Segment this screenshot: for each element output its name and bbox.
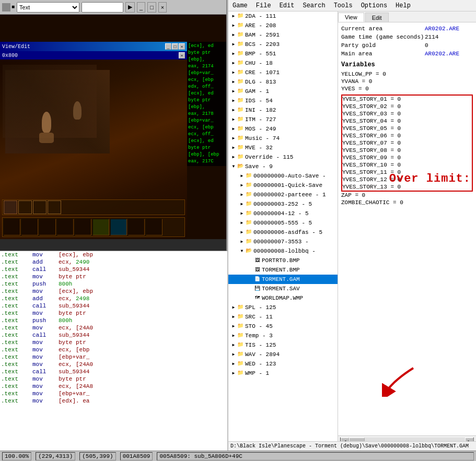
tree-arrow-empty	[247, 276, 253, 282]
tree-item-save6[interactable]: ▶ 📁 000000006-asdfas - 5	[228, 228, 338, 237]
inv-slot-3[interactable]	[39, 219, 56, 235]
tree-item-portrt[interactable]: 🖼 PORTRT0.BMP	[228, 256, 338, 265]
tree-item-gam[interactable]: ▶ 📁 GAM - 1	[228, 87, 338, 96]
subwin-close[interactable]: ×	[179, 52, 185, 58]
maximize-button[interactable]: □	[147, 2, 156, 13]
tree-panel[interactable]: ▶ 📁 2DA - 111 ▶ 📁 ARE - 208 ▶ 📁 BAM - 25…	[228, 11, 338, 461]
go-button[interactable]: ▶	[125, 2, 135, 13]
tree-item-quicksave[interactable]: ▶ 📁 000000001-Quick-Save	[228, 181, 338, 190]
inv-slot-8[interactable]	[128, 219, 145, 235]
tree-item-save[interactable]: ▼ 📂 Save - 9	[228, 162, 338, 171]
path-text: D:\Black Isle\Planescape - Torment (debu…	[230, 443, 469, 449]
folder-icon: 📁	[245, 182, 252, 188]
current-area-label: Current area	[341, 26, 425, 32]
tree-item-torment-bmp[interactable]: 🖼 TORMENT.BMP	[228, 265, 338, 275]
game-time-value: 2114	[425, 34, 438, 40]
tree-item-wed[interactable]: ▶ 📁 WED - 123	[228, 359, 338, 369]
info-row-gold: Party gold 0	[341, 42, 473, 49]
folder-open-icon: 📂	[237, 163, 244, 170]
menu-options[interactable]: Options	[357, 0, 391, 11]
inv-slot-2[interactable]	[21, 219, 38, 235]
asm-row: .text mov [edx]. ea	[0, 397, 227, 405]
folder-icon: 📁	[237, 107, 244, 113]
inv-slot-1[interactable]	[4, 219, 20, 235]
asm-row: .text add ecx, 2498	[0, 295, 227, 302]
game-maximize[interactable]: □	[172, 43, 178, 50]
tree-item-mos[interactable]: ▶ 📁 MOS - 249	[228, 124, 338, 134]
tree-item-itm[interactable]: ▶ 📁 ITM - 727	[228, 115, 338, 124]
tree-item-save5[interactable]: ▶ 📁 000000005-555 - 5	[228, 218, 338, 228]
tree-item-torment-sav[interactable]: 💾 TORMENT.SAV	[228, 284, 338, 293]
game-minimize[interactable]: _	[165, 43, 171, 50]
party-gold-value: 0	[425, 42, 428, 49]
folder-icon: 📁	[237, 154, 244, 160]
tree-label: 000000007-3553 -	[253, 238, 309, 246]
tree-item-wav[interactable]: ▶ 📁 WAV - 2894	[228, 350, 338, 359]
tree-item-save3[interactable]: ▶ 📁 000000003-252 - 5	[228, 199, 338, 209]
tree-arrow: ▶	[230, 98, 237, 104]
tree-item-save4[interactable]: ▶ 📁 000000004-12 - 5	[228, 209, 338, 218]
menu-help[interactable]: Help	[391, 0, 415, 11]
tree-item-are[interactable]: ▶ 📁 ARE - 208	[228, 21, 338, 30]
tree-item-save7[interactable]: ▶ 📁 000000007-3553 -	[228, 237, 338, 246]
tree-item-save2[interactable]: ▶ 📁 000000002-parteee - 1	[228, 190, 338, 199]
current-area-value[interactable]: AR0202.ARE	[425, 26, 459, 32]
menu-game[interactable]: Game	[228, 0, 252, 11]
tab-edit[interactable]: Edit	[365, 13, 389, 22]
tree-arrow: ▶	[230, 135, 237, 141]
inv-slot-6[interactable]	[92, 219, 109, 235]
inv-slot-9[interactable]	[146, 219, 162, 235]
var-yves: YVES = 0	[341, 85, 473, 92]
tree-item-torment-gam[interactable]: 📄 TORMENT.GAM	[228, 275, 338, 284]
tree-item-bam[interactable]: ▶ 📁 BAM - 2591	[228, 30, 338, 40]
inv-slot-5[interactable]	[75, 219, 91, 235]
inv-slot-4[interactable]	[57, 219, 74, 235]
tree-item-worldmap[interactable]: 🗺 WORLDMAP.WMP	[228, 293, 338, 303]
menu-tools[interactable]: Tools	[330, 0, 357, 11]
menu-search[interactable]: Search	[298, 0, 329, 11]
type-dropdown[interactable]: Text	[17, 2, 79, 13]
vars-highlight-box: YVES_STORY_01 = 0 YVES_STORY_02 = 0 YVES…	[341, 94, 473, 192]
game-close[interactable]: ×	[179, 43, 185, 50]
tree-item-2da[interactable]: ▶ 📁 2DA - 111	[228, 11, 338, 21]
main-area-value[interactable]: AR0202.ARE	[425, 51, 459, 57]
tree-item-ids[interactable]: ▶ 📁 IDS - 54	[228, 96, 338, 105]
tree-item-save8[interactable]: ▼ 📂 000000008-lolbbq -	[228, 246, 338, 256]
minimize-button[interactable]: _	[137, 2, 145, 13]
coords1-value: (229,4313)	[38, 453, 73, 459]
folder-icon: 📁	[237, 88, 244, 94]
menu-file[interactable]: File	[252, 0, 275, 11]
tree-item-src[interactable]: ▶ 📁 SRC - 11	[228, 312, 338, 322]
tree-arrow-expanded: ▼	[239, 248, 245, 254]
var-yves-story-13: YVES_STORY_13 = 0	[342, 183, 472, 191]
tree-item-autosave[interactable]: ▶ 📁 000000000-Auto-Save -	[228, 171, 338, 181]
inv-slot-7[interactable]	[110, 219, 127, 235]
tree-item-bmp[interactable]: ▶ 📁 BMP - 551	[228, 49, 338, 58]
tree-item-wmp[interactable]: ▶ 📁 WMP - 1	[228, 369, 338, 378]
tree-item-mve[interactable]: ▶ 📁 MVE - 32	[228, 143, 338, 152]
folder-icon: 📁	[237, 135, 244, 141]
tree-label: WAV - 2894	[245, 350, 280, 359]
tree-label: SRC - 11	[245, 313, 273, 321]
folder-icon: 📁	[245, 201, 252, 207]
tree-item-bcs[interactable]: ▶ 📁 BCS - 2203	[228, 40, 338, 49]
asm-row: .text mov byte ptr	[0, 375, 227, 383]
window-close-button[interactable]: ×	[158, 2, 167, 13]
tree-item-override[interactable]: ▶ 📁 Override - 115	[228, 152, 338, 162]
tree-arrow: ▶	[230, 314, 237, 320]
addr-status: 001A8509	[120, 452, 153, 460]
tree-item-sto[interactable]: ▶ 📁 STO - 45	[228, 322, 338, 331]
address-input[interactable]	[82, 2, 123, 13]
tree-item-music[interactable]: ▶ 📁 Music - 74	[228, 134, 338, 143]
tree-item-chu[interactable]: ▶ 📁 CHU - 18	[228, 58, 338, 68]
tree-item-dlg[interactable]: ▶ 📁 DLG - 813	[228, 77, 338, 87]
tab-view[interactable]: View	[338, 13, 364, 22]
tree-item-temp[interactable]: ▶ 📁 Temp - 3	[228, 331, 338, 340]
tree-arrow: ▶	[239, 173, 245, 179]
tree-item-spl[interactable]: ▶ 📁 SPL - 125	[228, 303, 338, 312]
menu-edit[interactable]: Edit	[275, 0, 299, 11]
portrait-1	[4, 200, 17, 214]
tree-item-cre[interactable]: ▶ 📁 CRE - 1071	[228, 68, 338, 77]
tree-item-ini[interactable]: ▶ 📁 INI - 182	[228, 105, 338, 115]
tree-item-tis[interactable]: ▶ 📁 TIS - 125	[228, 340, 338, 350]
